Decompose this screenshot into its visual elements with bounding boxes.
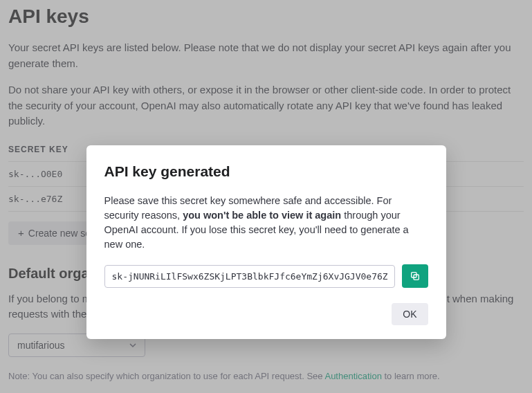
- generated-key-row: [104, 264, 428, 288]
- modal-body: Please save this secret key somewhere sa…: [104, 194, 428, 252]
- ok-button[interactable]: OK: [392, 303, 428, 325]
- api-key-generated-modal: API key generated Please save this secre…: [86, 145, 446, 339]
- copy-key-button[interactable]: [402, 264, 428, 288]
- modal-body-bold: you won't be able to view it again: [183, 210, 341, 221]
- generated-key-field[interactable]: [104, 265, 395, 288]
- copy-icon: [410, 271, 421, 282]
- modal-title: API key generated: [104, 163, 428, 180]
- modal-footer: OK: [104, 303, 428, 325]
- modal-overlay: API key generated Please save this secre…: [0, 0, 532, 393]
